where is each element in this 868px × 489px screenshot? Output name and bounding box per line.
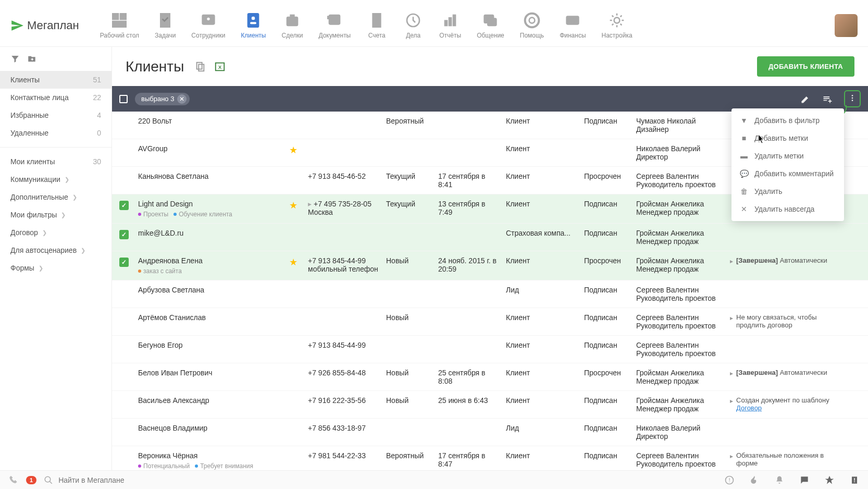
date: 24 нояб. 2015 г. в 20:59: [435, 255, 503, 274]
nav-Клиенты[interactable]: Клиенты: [241, 11, 266, 39]
select-all-checkbox[interactable]: [119, 95, 128, 103]
flame-icon[interactable]: [749, 475, 760, 485]
chat-icon[interactable]: [799, 475, 810, 485]
type: Клиент: [503, 199, 581, 209]
nav-icon: [109, 11, 130, 29]
table-row[interactable]: Вероника ЧёрнаяПотенциальныйТребует вним…: [112, 446, 868, 470]
clear-selection-icon[interactable]: ✕: [177, 94, 187, 104]
manager: Гройсман Анжелика: [636, 369, 724, 377]
status: Новый: [383, 368, 435, 378]
sidebar-item-Избранные[interactable]: Избранные4: [0, 106, 111, 124]
star-icon[interactable]: ★: [289, 257, 297, 267]
dropdown-comment[interactable]: 💬Добавить комментарий: [731, 165, 844, 182]
nav-Общение[interactable]: Общение: [477, 11, 504, 39]
deal-status: [581, 143, 633, 145]
dropdown-x[interactable]: ✕Удалить навсегда: [731, 200, 844, 218]
bell-icon[interactable]: [774, 475, 785, 485]
sidebar-group-Договор[interactable]: Договор❯: [0, 224, 111, 241]
dropdown-trash[interactable]: 🗑Удалить: [731, 182, 844, 200]
nav-Задачи[interactable]: Задачи: [155, 11, 176, 39]
playlist-add-icon[interactable]: [822, 94, 833, 104]
nav-Рабочий стол[interactable]: Рабочий стол: [100, 11, 139, 39]
table-row[interactable]: Артёмов СтаниславНовыйКлиентПодписанСерг…: [112, 308, 868, 336]
nav-Счета[interactable]: Счета: [366, 11, 387, 39]
nav-Финансы[interactable]: Финансы: [560, 11, 586, 39]
sidebar-item-Клиенты[interactable]: Клиенты51: [0, 71, 111, 89]
more-actions-button[interactable]: [844, 90, 861, 107]
nav-icon: [562, 11, 583, 29]
table-row[interactable]: Арбузова СветланаЛидПодписанСергеев Вале…: [112, 280, 868, 308]
table-row[interactable]: Васнецов Владимир+7 856 433-18-97ЛидПодп…: [112, 419, 868, 446]
dropdown-filter[interactable]: ▼Добавить в фильтр: [731, 112, 844, 129]
manager-role: Менеджер продаж: [636, 265, 724, 273]
status: Вероятный: [383, 116, 435, 126]
sidebar: Клиенты51Контактные лица22Избранные4Удал…: [0, 47, 112, 470]
add-folder-icon[interactable]: [27, 54, 36, 64]
deal-status: Подписан: [581, 423, 633, 433]
nav-Настройка[interactable]: Настройка: [602, 11, 633, 39]
note-link[interactable]: Договор: [736, 404, 762, 412]
sidebar-group-Формы[interactable]: Формы❯: [0, 259, 111, 277]
sidebar-group-Для автосценариев[interactable]: Для автосценариев❯: [0, 241, 111, 259]
sidebar-item-Контактные лица[interactable]: Контактные лица22: [0, 89, 111, 106]
nav-Отчёты[interactable]: Отчёты: [439, 11, 461, 39]
alert-icon[interactable]: !: [849, 475, 860, 485]
dropdown-tag[interactable]: ■Добавить метки: [731, 129, 844, 147]
search-input[interactable]: [58, 476, 215, 484]
star-icon[interactable]: [824, 475, 835, 485]
nav-Сделки[interactable]: Сделки: [281, 11, 303, 39]
svg-point-7: [251, 16, 255, 20]
sidebar-item-Удаленные[interactable]: Удаленные0: [0, 124, 111, 142]
table-row[interactable]: Васильев Александр+7 916 222-35-56Новый2…: [112, 391, 868, 419]
nav-Документы[interactable]: Документы: [318, 11, 351, 39]
global-search[interactable]: [44, 475, 710, 485]
date: 25 сентября в 8:08: [435, 368, 503, 386]
nav-icon: [198, 11, 219, 29]
row-checkbox[interactable]: [119, 258, 129, 267]
info-icon[interactable]: !: [724, 475, 735, 485]
table-row[interactable]: Андреянова Еленазаказ с сайта★+7 913 845…: [112, 251, 868, 280]
svg-rect-17: [445, 20, 448, 26]
svg-rect-2: [113, 21, 127, 27]
svg-rect-19: [453, 15, 456, 26]
sidebar-group-Коммуникации[interactable]: Коммуникации❯: [0, 170, 111, 188]
logo[interactable]: Мегаплан: [10, 19, 79, 32]
chevron-right-icon: ❯: [61, 212, 66, 218]
copy-icon[interactable]: [194, 61, 206, 72]
add-client-button[interactable]: ДОБАВИТЬ КЛИЕНТА: [757, 56, 854, 77]
manager-role: Менеджер продаж: [636, 405, 724, 413]
row-checkbox[interactable]: [119, 230, 129, 239]
client-name: Вероника Чёрная: [138, 451, 283, 460]
star-icon[interactable]: ★: [289, 145, 297, 155]
page-header: Клиенты X ДОБАВИТЬ КЛИЕНТА: [112, 47, 868, 86]
chevron-right-icon: ❯: [72, 194, 77, 201]
untag-icon: ▬: [740, 152, 748, 160]
filter-icon[interactable]: [10, 54, 20, 64]
sidebar-my-clients[interactable]: Мои клиенты 30: [0, 153, 111, 170]
date: 25 июня в 6:43: [435, 395, 503, 406]
table-row[interactable]: Бегунов Егор+7 913 845-44-99КлиентПодпис…: [112, 336, 868, 363]
deal-status: Просрочен: [581, 255, 633, 266]
sidebar-group-Мои фильтры[interactable]: Мои фильтры❯: [0, 206, 111, 224]
excel-export-icon[interactable]: X: [214, 61, 226, 72]
table-row[interactable]: mike@L&D.ruСтраховая компа...ПодписанГро…: [112, 224, 868, 251]
nav-icon: [155, 11, 176, 29]
nav-Дела[interactable]: Дела: [403, 11, 424, 39]
row-note: ▸Обязательные положения в форме: [730, 451, 838, 467]
nav-Сотрудники[interactable]: Сотрудники: [191, 11, 225, 39]
user-avatar[interactable]: [835, 14, 858, 37]
phone-icon[interactable]: [8, 475, 19, 485]
table-row[interactable]: Белов Иван Петрович+7 926 855-84-48Новый…: [112, 363, 868, 391]
date: [435, 340, 503, 342]
manager-role: Директор: [636, 153, 724, 161]
nav-Помощь[interactable]: Помощь: [520, 11, 544, 39]
row-checkbox[interactable]: [119, 201, 129, 210]
row-note: ▸Не могу связаться, чтобы продлить догов…: [730, 313, 838, 329]
dropdown-untag[interactable]: ▬Удалить метки: [731, 147, 844, 165]
sidebar-group-Дополнительные[interactable]: Дополнительные❯: [0, 188, 111, 206]
expand-icon[interactable]: ▸: [308, 200, 312, 208]
row-note: ▸Создан документ по шаблону Договор: [730, 396, 838, 412]
star-icon[interactable]: ★: [289, 200, 297, 211]
edit-icon[interactable]: [800, 94, 811, 104]
page-title: Клиенты: [126, 58, 184, 75]
